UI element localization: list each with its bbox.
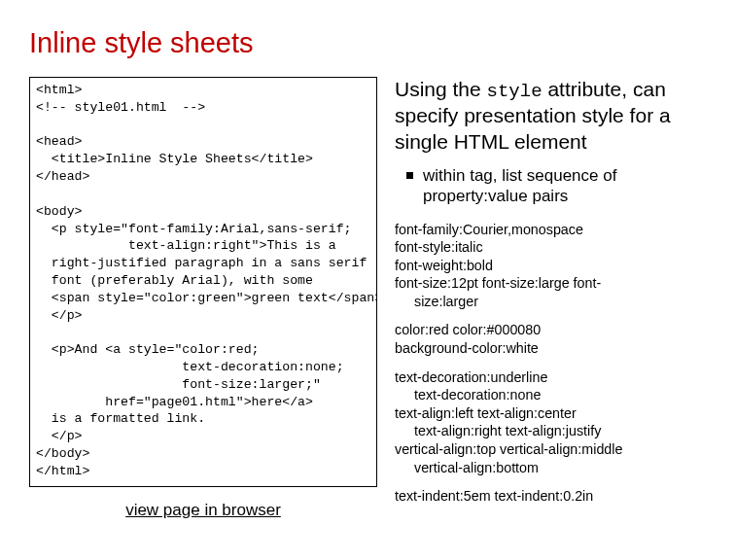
- prop-line: size:larger: [395, 293, 716, 311]
- slide-title: Inline style sheets: [29, 27, 716, 59]
- para-text-1: Using the: [395, 78, 487, 100]
- font-group: font-family:Courier,monospace font-style…: [395, 221, 716, 311]
- prop-line: font-size:12pt font-size:large font-: [395, 274, 716, 293]
- prop-line: text-indent:5em text-indent:0.2in: [395, 487, 716, 506]
- prop-line: vertical-align:bottom: [395, 459, 716, 477]
- bullet-item: within tag, list sequence of property:va…: [406, 165, 716, 207]
- bullet-text: within tag, list sequence of property:va…: [423, 165, 716, 207]
- prop-line: text-decoration:none: [395, 386, 716, 404]
- prop-line: vertical-align:top vertical-align:middle: [395, 440, 716, 459]
- prop-line: text-decoration:underline: [395, 368, 716, 387]
- prop-line: font-style:italic: [395, 238, 716, 257]
- left-column: <html> <!-- style01.html --> <head> <tit…: [29, 77, 377, 520]
- prop-line: text-align:right text-align:justify: [395, 422, 716, 440]
- indent-group: text-indent:5em text-indent:0.2in: [395, 487, 716, 506]
- color-group: color:red color:#000080 background-color…: [395, 321, 716, 357]
- right-column: Using the style attribute, can specify p…: [395, 77, 716, 520]
- view-page-link[interactable]: view page in browser: [29, 501, 377, 520]
- property-examples: font-family:Courier,monospace font-style…: [395, 221, 716, 506]
- prop-line: text-align:left text-align:center: [395, 404, 716, 423]
- prop-line: color:red color:#000080: [395, 321, 716, 339]
- code-example-box: <html> <!-- style01.html --> <head> <tit…: [29, 77, 377, 487]
- content-columns: <html> <!-- style01.html --> <head> <tit…: [29, 77, 716, 520]
- prop-line: background-color:white: [395, 339, 716, 358]
- prop-line: font-weight:bold: [395, 257, 716, 275]
- main-paragraph: Using the style attribute, can specify p…: [395, 77, 716, 156]
- style-code-word: style: [487, 81, 542, 102]
- text-group: text-decoration:underline text-decoratio…: [395, 368, 716, 476]
- prop-line: font-family:Courier,monospace: [395, 221, 716, 239]
- bullet-square-icon: [406, 172, 413, 179]
